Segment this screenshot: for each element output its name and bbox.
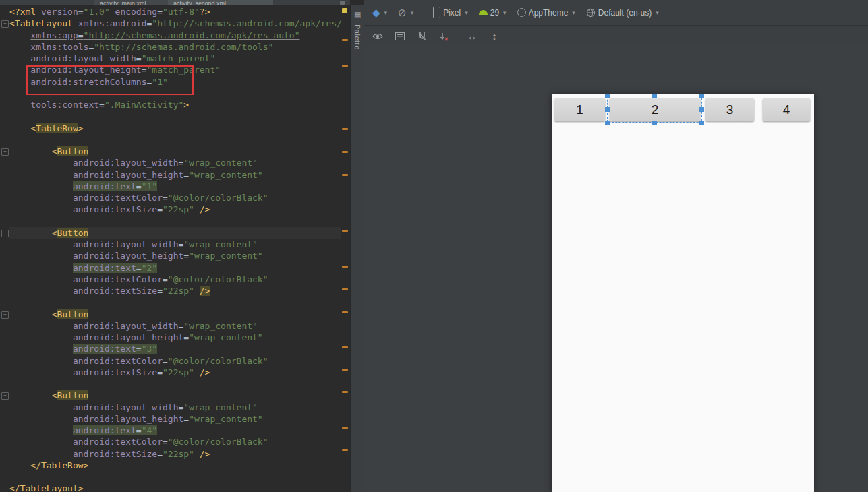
api-level-selector[interactable]: 29 ▾ bbox=[479, 8, 507, 18]
code-line[interactable]: android:textColor="@color/colorBlack" bbox=[9, 274, 341, 285]
code-line[interactable]: xmlns:tools="http://schemas.android.com/… bbox=[9, 41, 341, 53]
changed-line-marker[interactable] bbox=[342, 288, 348, 290]
code-token: "@color/colorBlack" bbox=[168, 274, 268, 284]
code-line[interactable] bbox=[9, 111, 341, 122]
code-line[interactable]: <Button bbox=[9, 146, 341, 157]
palette-tab[interactable]: Palette bbox=[353, 24, 361, 50]
selection-handle[interactable] bbox=[699, 121, 704, 125]
code-line[interactable]: android:text="3" bbox=[9, 343, 341, 355]
code-line[interactable]: <Button bbox=[9, 390, 341, 401]
code-line[interactable]: android:layout_height="wrap_content" bbox=[9, 169, 341, 181]
code-token: "3" bbox=[142, 344, 157, 354]
code-line[interactable]: android:textColor="@color/colorBlack" bbox=[9, 355, 341, 367]
inspections-indicator[interactable] bbox=[342, 8, 347, 13]
selection-handle[interactable] bbox=[652, 94, 657, 98]
design-surface-selector[interactable]: ◆ ▾ bbox=[372, 7, 387, 18]
selection-handle[interactable] bbox=[605, 94, 610, 98]
code-token: xmlns:app bbox=[30, 30, 78, 40]
fold-marker[interactable]: − bbox=[1, 230, 9, 237]
device-selector[interactable]: Pixel ▾ bbox=[433, 7, 468, 18]
fold-marker[interactable]: − bbox=[1, 392, 9, 400]
phone-icon bbox=[433, 7, 440, 18]
code-line[interactable]: android:textColor="@color/colorBlack" bbox=[9, 436, 341, 448]
code-token bbox=[9, 42, 30, 52]
code-line[interactable] bbox=[9, 297, 341, 308]
code-line[interactable]: </TableRow> bbox=[9, 460, 341, 471]
changed-line-marker[interactable] bbox=[342, 449, 348, 451]
changed-line-marker[interactable] bbox=[342, 369, 348, 371]
code-line[interactable]: android:textSize="22sp" /> bbox=[9, 448, 341, 460]
code-line[interactable]: xmlns:app="http://schemas.android.com/ap… bbox=[9, 30, 341, 41]
code-line[interactable] bbox=[9, 134, 341, 146]
selection-handle[interactable] bbox=[699, 107, 704, 112]
changed-line-marker[interactable] bbox=[342, 128, 348, 130]
code-line[interactable]: <?xml version="1.0" encoding="utf-8"?> bbox=[9, 6, 341, 18]
code-editor[interactable]: −−−−− <?xml version="1.0" encoding="utf-… bbox=[0, 5, 350, 492]
selection-handle[interactable] bbox=[652, 121, 657, 125]
fold-marker[interactable]: − bbox=[1, 20, 9, 28]
code-token bbox=[9, 437, 73, 447]
code-line[interactable]: android:layout_width="wrap_content" bbox=[9, 239, 341, 250]
code-line[interactable]: android:textSize="22sp" /> bbox=[9, 204, 341, 215]
code-line[interactable]: android:layout_height="wrap_content" bbox=[9, 250, 341, 262]
preview-button-1[interactable]: 1 bbox=[554, 98, 605, 121]
changed-line-marker[interactable] bbox=[342, 65, 348, 67]
code-line[interactable]: android:textSize="22sp" /> bbox=[9, 285, 341, 297]
code-token: /> bbox=[200, 367, 210, 377]
tab-activity-main[interactable]: activity_main.xml bbox=[94, 0, 177, 5]
code-token: tools:context bbox=[30, 100, 99, 110]
theme-selector[interactable]: AppTheme ▾ bbox=[517, 8, 575, 18]
code-line[interactable]: android:text="1" bbox=[9, 181, 341, 192]
code-line[interactable]: android:layout_width="wrap_content" bbox=[9, 320, 341, 332]
clear-constraints-button[interactable] bbox=[438, 30, 451, 43]
code-line[interactable] bbox=[9, 471, 341, 483]
code-line[interactable]: android:textSize="22sp" /> bbox=[9, 367, 341, 378]
changed-line-marker[interactable] bbox=[342, 174, 348, 176]
code-line[interactable] bbox=[9, 378, 341, 390]
view-options-eye-button[interactable] bbox=[371, 30, 384, 43]
autoconnect-toggle-button[interactable] bbox=[415, 30, 429, 43]
changed-line-marker[interactable] bbox=[342, 266, 348, 268]
changed-line-marker[interactable] bbox=[342, 39, 348, 41]
code-token: android:layout_width bbox=[73, 239, 179, 249]
preview-button-4[interactable]: 4 bbox=[763, 98, 810, 121]
changed-line-marker[interactable] bbox=[342, 230, 348, 232]
code-token bbox=[9, 193, 73, 203]
locale-selector[interactable]: Default (en-us) ▾ bbox=[586, 8, 659, 18]
orientation-variant-selector[interactable]: ⊘ ▾ bbox=[398, 7, 413, 18]
code-line[interactable]: android:text="4" bbox=[9, 425, 341, 436]
code-line[interactable]: android:textColor="@color/colorBlack" bbox=[9, 192, 341, 204]
blueprint-list-button[interactable] bbox=[393, 30, 407, 43]
code-line[interactable]: android:layout_width="wrap_content" bbox=[9, 402, 341, 413]
code-line[interactable]: tools:context=".MainActivity"> bbox=[9, 99, 341, 111]
selection-handle[interactable] bbox=[605, 107, 610, 112]
code-line[interactable]: android:layout_width="match_parent" bbox=[9, 53, 341, 64]
code-line[interactable]: android:text="2" bbox=[9, 262, 341, 274]
code-line[interactable]: android:layout_width="wrap_content" bbox=[9, 157, 341, 168]
code-line[interactable]: <Button bbox=[9, 227, 341, 239]
code-token: <?xml bbox=[9, 7, 41, 17]
changed-line-marker[interactable] bbox=[342, 311, 348, 313]
selection-handle[interactable] bbox=[605, 121, 610, 125]
code-line[interactable]: </TableLayout> bbox=[9, 483, 341, 492]
changed-line-marker[interactable] bbox=[342, 346, 348, 348]
changed-line-marker[interactable] bbox=[342, 391, 348, 393]
code-line[interactable]: <TableLayout xmlns:android="http://schem… bbox=[9, 18, 341, 29]
fold-marker[interactable]: − bbox=[1, 311, 9, 319]
default-margins-vertical-button[interactable]: ↕ bbox=[488, 30, 501, 43]
code-line[interactable]: android:layout_height="wrap_content" bbox=[9, 413, 341, 425]
selection-handle[interactable] bbox=[699, 94, 704, 98]
code-line[interactable]: android:layout_height="wrap_content" bbox=[9, 332, 341, 343]
changed-line-marker[interactable] bbox=[342, 427, 348, 429]
changed-line-marker[interactable] bbox=[342, 151, 348, 153]
tab-strip-settings-icon[interactable] bbox=[340, 1, 345, 5]
fold-marker[interactable]: − bbox=[1, 148, 9, 156]
code-line[interactable] bbox=[9, 216, 341, 227]
tab-activity-second[interactable]: activity_second.xml bbox=[168, 0, 273, 5]
design-canvas[interactable]: 1 2 3 4 bbox=[364, 46, 868, 492]
code-line[interactable]: <Button bbox=[9, 309, 341, 320]
preview-button-3[interactable]: 3 bbox=[705, 98, 754, 121]
code-line[interactable]: <TableRow> bbox=[9, 123, 341, 134]
editor-error-stripe[interactable] bbox=[341, 5, 350, 492]
default-margins-horizontal-button[interactable]: ↔ bbox=[465, 30, 479, 43]
